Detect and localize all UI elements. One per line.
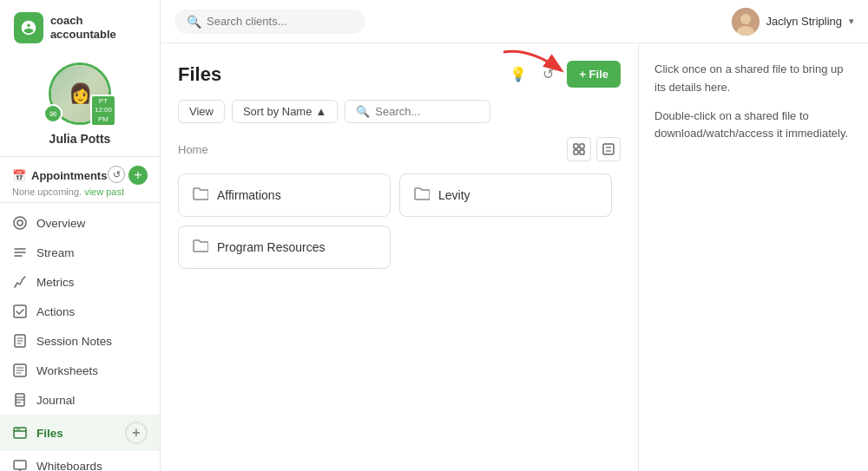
folder-levity[interactable]: Levity bbox=[399, 173, 612, 217]
view-past-link[interactable]: view past bbox=[84, 186, 124, 197]
folder-icon bbox=[193, 186, 208, 204]
files-search-icon: 🔍 bbox=[356, 105, 370, 118]
svg-point-0 bbox=[14, 217, 26, 229]
svg-rect-19 bbox=[574, 150, 578, 154]
search-icon: 🔍 bbox=[187, 15, 201, 29]
user-name: Jaclyn Stripling bbox=[766, 15, 842, 28]
breadcrumb: Home bbox=[178, 143, 208, 156]
sidebar: coach accountable 👩 ✉ PT12:00PM Julia Po… bbox=[0, 0, 161, 471]
appointments-sub: None upcoming. view past bbox=[12, 186, 148, 197]
sidebar-item-session-notes[interactable]: Session Notes bbox=[0, 326, 160, 356]
user-avatar bbox=[732, 8, 760, 36]
email-badge: ✉ bbox=[43, 104, 62, 123]
breadcrumb-row: Home bbox=[178, 137, 621, 161]
appointments-header: 📅 Appointments ↺ + bbox=[12, 166, 148, 185]
folder-program-label: Program Resources bbox=[217, 240, 326, 254]
folder-program-icon bbox=[193, 239, 208, 256]
client-search-input[interactable] bbox=[207, 15, 353, 28]
worksheets-label: Worksheets bbox=[36, 364, 98, 377]
metrics-icon bbox=[12, 274, 28, 290]
main-area: 🔍 Jaclyn Stripling ▾ Files 💡 bbox=[161, 0, 868, 471]
sidebar-item-actions[interactable]: Actions bbox=[0, 297, 160, 326]
sort-icon: ▲ bbox=[315, 105, 326, 118]
add-file-button[interactable]: + File bbox=[567, 61, 621, 88]
client-section: 👩 ✉ PT12:00PM Julia Potts bbox=[0, 56, 160, 157]
svg-rect-2 bbox=[14, 305, 26, 317]
sidebar-item-metrics[interactable]: Metrics bbox=[0, 267, 160, 297]
add-appointment-button[interactable]: + bbox=[128, 166, 148, 185]
appointments-title: 📅 Appointments bbox=[12, 169, 107, 182]
folder-levity-label: Levity bbox=[438, 188, 470, 202]
info-panel: Click once on a shared file to bring up … bbox=[638, 43, 868, 471]
folder-levity-icon bbox=[414, 186, 430, 204]
whiteboards-icon bbox=[12, 458, 28, 471]
files-search-wrap[interactable]: 🔍 bbox=[345, 100, 490, 123]
svg-rect-21 bbox=[603, 144, 614, 154]
logo-area: coach accountable bbox=[0, 0, 160, 56]
user-area: Jaclyn Stripling ▾ bbox=[732, 8, 854, 36]
svg-rect-18 bbox=[580, 144, 584, 148]
files-main: Files 💡 ↺ + File bbox=[161, 43, 638, 471]
folders-grid: Affirmations Levity bbox=[178, 173, 612, 269]
time-badge: PT12:00PM bbox=[90, 95, 116, 127]
sidebar-item-worksheets[interactable]: Worksheets bbox=[0, 356, 160, 385]
topbar: 🔍 Jaclyn Stripling ▾ bbox=[161, 0, 868, 43]
files-add-circle[interactable]: + bbox=[125, 422, 148, 444]
view-button[interactable]: View bbox=[178, 100, 225, 123]
svg-rect-20 bbox=[580, 150, 584, 154]
logo-text: coach accountable bbox=[50, 14, 146, 41]
view-toggle-icons bbox=[567, 137, 621, 161]
appointments-section: 📅 Appointments ↺ + None upcoming. view p… bbox=[0, 157, 160, 203]
client-name: Julia Potts bbox=[49, 132, 111, 146]
actions-icon bbox=[12, 304, 28, 319]
calendar-icon: 📅 bbox=[12, 169, 26, 182]
folder-program-resources[interactable]: Program Resources bbox=[178, 226, 391, 269]
client-search-wrap[interactable]: 🔍 bbox=[174, 10, 365, 34]
files-label: Files bbox=[36, 427, 63, 440]
worksheets-icon bbox=[12, 363, 28, 378]
svg-rect-10 bbox=[14, 461, 26, 469]
grid-view-button[interactable] bbox=[567, 137, 591, 161]
stream-icon bbox=[12, 245, 28, 260]
session-notes-icon bbox=[12, 333, 28, 349]
sidebar-item-journal[interactable]: Journal bbox=[0, 385, 160, 415]
files-header: Files 💡 ↺ + File bbox=[178, 61, 621, 88]
files-title: Files bbox=[178, 63, 221, 86]
sidebar-item-whiteboards[interactable]: Whiteboards bbox=[0, 451, 160, 471]
metrics-label: Metrics bbox=[36, 276, 75, 289]
sidebar-item-overview[interactable]: Overview bbox=[0, 208, 160, 238]
files-icon bbox=[12, 425, 28, 441]
files-search-input[interactable] bbox=[375, 105, 479, 118]
session-notes-label: Session Notes bbox=[36, 335, 112, 348]
folder-affirmations[interactable]: Affirmations bbox=[178, 173, 391, 217]
arrow-annotation bbox=[495, 43, 573, 87]
stream-label: Stream bbox=[36, 246, 75, 259]
user-menu-chevron[interactable]: ▾ bbox=[849, 16, 854, 27]
whiteboards-label: Whiteboards bbox=[36, 460, 102, 472]
refresh-button[interactable]: ↺ bbox=[108, 166, 125, 183]
sidebar-item-stream[interactable]: Stream bbox=[0, 238, 160, 267]
files-area: Files 💡 ↺ + File bbox=[161, 43, 868, 471]
nav-list: Overview Stream Metrics bbox=[0, 203, 160, 471]
info-text-2: Double-click on a shared file to downloa… bbox=[654, 108, 852, 144]
logo-icon bbox=[14, 12, 43, 43]
actions-label: Actions bbox=[36, 305, 75, 318]
svg-point-1 bbox=[17, 220, 23, 226]
sort-label: Sort by Name bbox=[243, 105, 312, 118]
journal-label: Journal bbox=[36, 394, 75, 407]
svg-rect-17 bbox=[574, 144, 578, 148]
overview-icon bbox=[12, 215, 28, 231]
svg-point-14 bbox=[740, 14, 751, 24]
journal-icon bbox=[12, 392, 28, 408]
folder-affirmations-label: Affirmations bbox=[217, 188, 281, 202]
sort-button[interactable]: Sort by Name ▲ bbox=[232, 100, 338, 123]
sidebar-item-files[interactable]: Files + bbox=[0, 415, 160, 451]
info-text-1: Click once on a shared file to bring up … bbox=[654, 61, 852, 97]
appointment-actions: ↺ + bbox=[108, 166, 148, 185]
overview-label: Overview bbox=[36, 217, 85, 230]
files-toolbar: View Sort by Name ▲ 🔍 bbox=[178, 100, 621, 123]
client-avatar-wrap: 👩 ✉ PT12:00PM bbox=[49, 62, 111, 125]
list-view-button[interactable] bbox=[596, 137, 621, 161]
